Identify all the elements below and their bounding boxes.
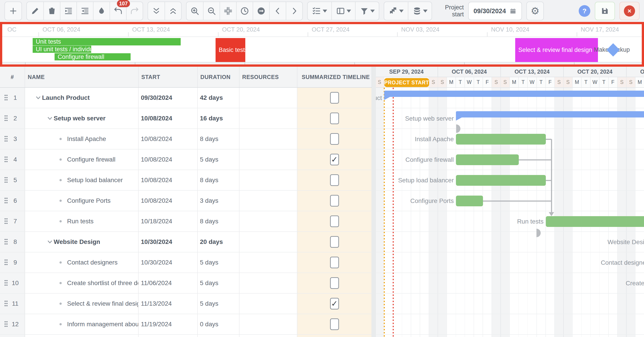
- gantt-bar[interactable]: [456, 196, 483, 206]
- strip-milestone-diamond[interactable]: [606, 43, 620, 56]
- start-cell[interactable]: 10/08/2024: [139, 129, 198, 149]
- add-task-button[interactable]: [5, 2, 22, 20]
- drag-handle-icon[interactable]: [3, 217, 10, 225]
- expand-caret-icon[interactable]: [34, 94, 42, 102]
- drag-handle-icon[interactable]: [3, 197, 10, 205]
- start-cell[interactable]: 10/08/2024: [139, 149, 198, 170]
- name-cell[interactable]: Install Apache: [25, 129, 139, 149]
- row-gutter[interactable]: 8: [0, 232, 25, 252]
- expand-all-button[interactable]: [164, 2, 181, 20]
- resources-cell[interactable]: [240, 293, 298, 314]
- project-start-date-field[interactable]: 09/30/2024: [468, 2, 522, 20]
- undo-button[interactable]: 107: [110, 2, 126, 20]
- name-cell[interactable]: Run tests: [25, 211, 139, 231]
- gantt-bar[interactable]: [456, 175, 546, 186]
- summarized-checkbox[interactable]: [330, 257, 339, 268]
- duration-cell[interactable]: 8 days: [198, 170, 240, 190]
- row-gutter[interactable]: 3: [0, 129, 25, 149]
- filter-menu-button[interactable]: [355, 2, 379, 20]
- resources-cell[interactable]: [240, 170, 298, 190]
- name-cell[interactable]: Configure firewall: [25, 149, 139, 170]
- drag-handle-icon[interactable]: [3, 94, 10, 102]
- resources-cell[interactable]: [240, 191, 298, 211]
- strip-task-bar[interactable]: UI unit tests / individual: [33, 46, 91, 53]
- start-cell[interactable]: 10/30/2024: [139, 232, 198, 252]
- start-cell[interactable]: 10/08/2024: [139, 170, 198, 190]
- start-cell[interactable]: 09/30/2024: [139, 88, 198, 108]
- drag-handle-icon[interactable]: [3, 300, 10, 307]
- column-header-duration[interactable]: DURATION: [198, 67, 240, 87]
- row-gutter[interactable]: 5: [0, 170, 25, 190]
- row-gutter[interactable]: 4: [0, 149, 25, 170]
- row-gutter[interactable]: 12: [0, 314, 25, 334]
- drag-handle-icon[interactable]: [3, 135, 10, 143]
- name-cell[interactable]: Setup web server: [25, 108, 139, 128]
- start-cell[interactable]: 11/13/2024: [139, 293, 198, 314]
- duration-cell[interactable]: 0 days: [198, 314, 240, 334]
- resources-cell[interactable]: [240, 149, 298, 170]
- start-cell[interactable]: 10/08/2024: [139, 191, 198, 211]
- settings-button[interactable]: ⚙: [527, 2, 544, 20]
- start-cell[interactable]: 11/19/2024: [139, 314, 198, 334]
- column-header-resources[interactable]: RESOURCES: [240, 67, 298, 87]
- duration-cell[interactable]: 42 days: [198, 88, 240, 108]
- zoom-in-button[interactable]: [186, 2, 203, 20]
- shift-previous-button[interactable]: [269, 2, 286, 20]
- resources-cell[interactable]: [240, 88, 298, 108]
- gantt-bar[interactable]: [456, 134, 546, 145]
- row-gutter[interactable]: 11: [0, 293, 25, 314]
- summarized-checkbox[interactable]: [330, 277, 339, 289]
- name-cell[interactable]: Contact designers: [25, 252, 139, 272]
- summarized-checkbox[interactable]: [330, 195, 339, 207]
- duration-cell[interactable]: 8 days: [198, 211, 240, 231]
- summarized-checkbox[interactable]: ✓: [330, 298, 339, 309]
- strip-task-bar[interactable]: Basic tests: [216, 38, 245, 62]
- start-cell[interactable]: 11/06/2024: [139, 273, 198, 293]
- duration-cell[interactable]: 5 days: [198, 149, 240, 170]
- resources-cell[interactable]: [240, 108, 298, 128]
- task-menu-button[interactable]: [308, 2, 332, 20]
- summarized-checkbox[interactable]: [330, 92, 339, 104]
- name-cell[interactable]: Website Design: [25, 232, 139, 252]
- columns-menu-button[interactable]: [332, 2, 355, 20]
- column-header-summarized-timeline[interactable]: SUMMARIZED TIMELINE: [298, 67, 372, 87]
- summarized-checkbox[interactable]: [330, 113, 339, 124]
- name-cell[interactable]: Inform management about decision: [25, 314, 139, 334]
- column-header-start[interactable]: START: [139, 67, 198, 87]
- zoom-out-button[interactable]: [203, 2, 220, 20]
- resources-cell[interactable]: [240, 314, 298, 334]
- duration-cell[interactable]: 5 days: [198, 293, 240, 314]
- resources-cell[interactable]: [240, 273, 298, 293]
- drag-handle-icon[interactable]: [3, 115, 10, 122]
- help-button[interactable]: ?: [579, 5, 590, 17]
- duration-cell[interactable]: 16 days: [198, 108, 240, 128]
- row-gutter[interactable]: 1: [0, 88, 25, 108]
- row-gutter[interactable]: 9: [0, 252, 25, 272]
- summarized-checkbox[interactable]: [330, 318, 339, 330]
- collapse-all-button[interactable]: [148, 2, 164, 20]
- row-gutter[interactable]: 10: [0, 273, 25, 293]
- resources-cell[interactable]: [240, 252, 298, 272]
- indent-button[interactable]: [60, 2, 76, 20]
- drag-handle-icon[interactable]: [3, 176, 10, 184]
- name-cell[interactable]: Launch Product: [25, 88, 139, 108]
- duration-cell[interactable]: 5 days: [198, 273, 240, 293]
- drag-handle-icon[interactable]: [3, 320, 10, 328]
- gantt-bar[interactable]: [456, 154, 519, 165]
- start-cell[interactable]: 10/08/2024: [139, 108, 198, 128]
- drag-handle-icon[interactable]: [3, 279, 10, 287]
- features-menu-button[interactable]: [384, 2, 408, 20]
- summarized-checkbox[interactable]: [330, 236, 339, 248]
- clear-tasks-button[interactable]: [93, 2, 110, 20]
- name-cell[interactable]: Create shortlist of three designs: [25, 273, 139, 293]
- gantt-bar[interactable]: [384, 91, 644, 97]
- next-timespan-button[interactable]: [253, 2, 269, 20]
- outdent-button[interactable]: [76, 2, 93, 20]
- delete-task-button[interactable]: [44, 2, 60, 20]
- drag-handle-icon[interactable]: [3, 156, 10, 163]
- panel-splitter[interactable]: [372, 67, 376, 337]
- name-cell[interactable]: Configure Ports: [25, 191, 139, 211]
- gantt-bar[interactable]: [546, 216, 644, 227]
- resources-cell[interactable]: [240, 211, 298, 231]
- summarized-checkbox[interactable]: [330, 133, 339, 145]
